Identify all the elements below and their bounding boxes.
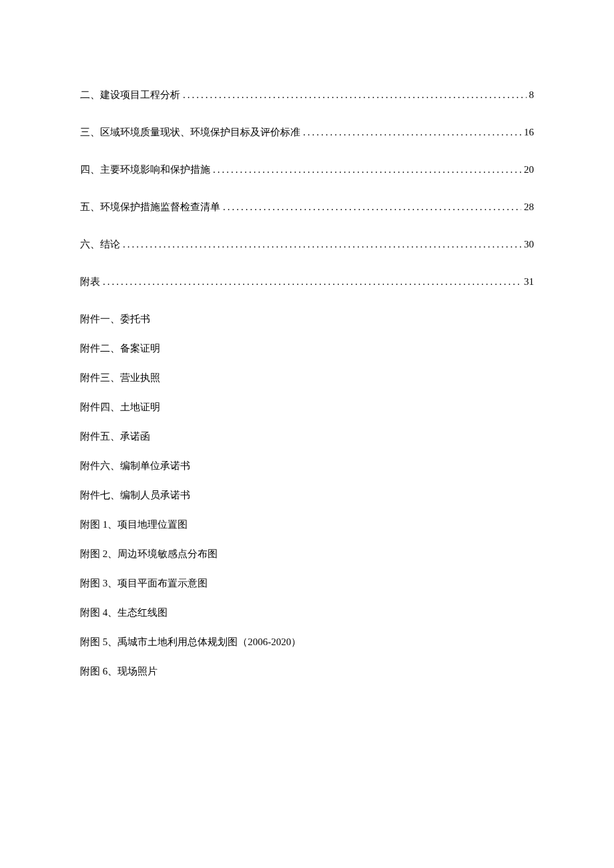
attachment-item: 附图 3、项目平面布置示意图 xyxy=(80,575,534,591)
toc-title: 六、结论 xyxy=(80,236,120,252)
toc-entry: 三、区域环境质量现状、环境保护目标及评价标准 .................… xyxy=(80,124,534,140)
attachment-item: 附件一、委托书 xyxy=(80,311,534,327)
toc-title: 四、主要环境影响和保护措施 xyxy=(80,161,210,177)
toc-entry: 四、主要环境影响和保护措施 ..........................… xyxy=(80,161,534,177)
toc-dots: ........................................… xyxy=(303,124,521,140)
toc-title: 附表 xyxy=(80,274,100,290)
toc-page: 28 xyxy=(524,199,534,215)
toc-entry: 五、环境保护措施监督检查清单 .........................… xyxy=(80,199,534,215)
attachment-item: 附件二、备案证明 xyxy=(80,340,534,356)
toc-title: 五、环境保护措施监督检查清单 xyxy=(80,199,220,215)
toc-entry: 二、建设项目工程分析 .............................… xyxy=(80,87,534,103)
attachment-item: 附件七、编制人员承诺书 xyxy=(80,487,534,503)
toc-dots: ........................................… xyxy=(183,87,527,103)
toc-page: 20 xyxy=(524,161,534,177)
toc-dots: ........................................… xyxy=(103,274,521,290)
attachment-item: 附件六、编制单位承诺书 xyxy=(80,458,534,474)
toc-entry: 附表 .....................................… xyxy=(80,274,534,290)
toc-page: 31 xyxy=(524,274,534,290)
attachment-item: 附图 1、项目地理位置图 xyxy=(80,516,534,532)
attachment-item: 附件五、承诺函 xyxy=(80,428,534,444)
toc-page: 30 xyxy=(524,236,534,252)
attachment-item: 附图 5、禹城市土地利用总体规划图（2006-2020） xyxy=(80,634,534,650)
attachment-item: 附图 4、生态红线图 xyxy=(80,604,534,620)
toc-page: 16 xyxy=(524,124,534,140)
toc-dots: ........................................… xyxy=(223,199,521,215)
attachment-item: 附件三、营业执照 xyxy=(80,370,534,386)
toc-title: 二、建设项目工程分析 xyxy=(80,87,180,103)
attachment-item: 附件四、土地证明 xyxy=(80,399,534,415)
toc-entry: 六、结论 ...................................… xyxy=(80,236,534,252)
attachment-item: 附图 2、周边环境敏感点分布图 xyxy=(80,546,534,562)
toc-dots: ........................................… xyxy=(213,161,521,177)
toc-dots: ........................................… xyxy=(123,236,521,252)
toc-title: 三、区域环境质量现状、环境保护目标及评价标准 xyxy=(80,124,300,140)
table-of-contents: 二、建设项目工程分析 .............................… xyxy=(80,87,534,290)
toc-page: 8 xyxy=(529,87,535,103)
attachment-item: 附图 6、现场照片 xyxy=(80,663,534,679)
attachment-list: 附件一、委托书 附件二、备案证明 附件三、营业执照 附件四、土地证明 附件五、承… xyxy=(80,311,534,679)
